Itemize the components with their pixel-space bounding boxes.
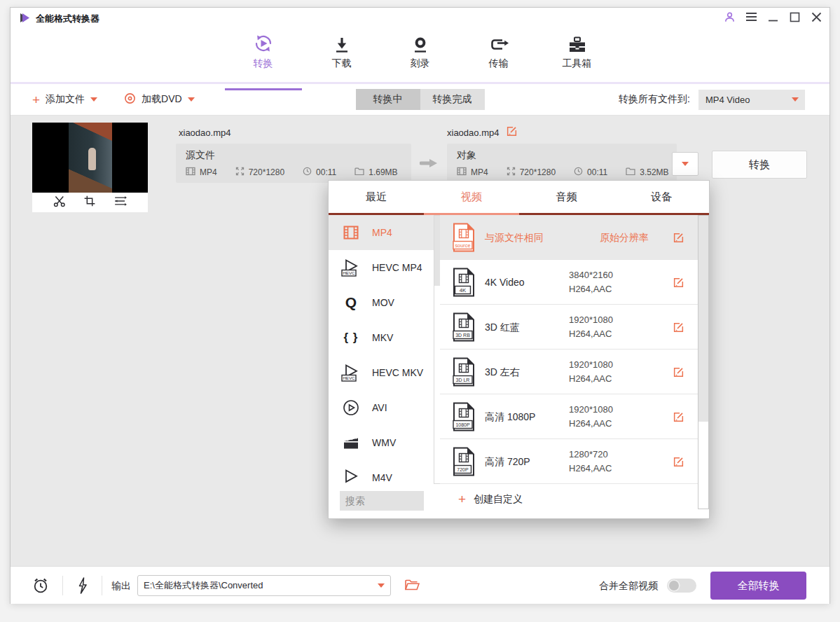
output-path-input[interactable]	[137, 575, 391, 596]
preset-name: 4K Video	[485, 277, 525, 288]
crop-icon[interactable]	[83, 195, 96, 210]
format-item-mp4[interactable]: MP4	[329, 215, 434, 250]
transfer-icon	[488, 33, 509, 54]
thumbnail-image	[69, 123, 112, 193]
mp4-film-icon	[340, 224, 362, 241]
nav-label-download: 下载	[332, 57, 352, 70]
convert-row-button[interactable]: 转换	[712, 151, 807, 179]
create-custom-button[interactable]: + 创建自定义	[458, 492, 523, 506]
format-label: HEVC MP4	[372, 262, 422, 273]
menu-icon[interactable]	[745, 11, 757, 23]
output-path-select[interactable]	[137, 575, 391, 596]
schedule-clock-icon[interactable]	[32, 576, 50, 597]
format-label: MOV	[372, 297, 394, 308]
preset-list-scrollbar[interactable]	[698, 215, 709, 509]
svg-text:1080P: 1080P	[455, 422, 470, 427]
effects-sliders-icon[interactable]	[113, 195, 128, 210]
edit-preset-icon[interactable]	[673, 322, 684, 336]
source-size: 1.69MB	[369, 167, 397, 177]
maximize-button[interactable]	[788, 11, 801, 23]
open-folder-icon[interactable]	[404, 579, 420, 594]
nav-tab-download[interactable]: 下载	[308, 33, 376, 82]
merge-all-toggle[interactable]	[667, 579, 696, 593]
nav-label-convert: 转换	[254, 57, 273, 70]
edit-preset-icon[interactable]	[673, 232, 684, 247]
close-button[interactable]	[810, 11, 822, 23]
format-item-wmv[interactable]: WMV	[329, 425, 434, 460]
target-size: 3.52MB	[640, 167, 668, 177]
rename-edit-icon[interactable]	[506, 125, 518, 140]
format-item-avi[interactable]: AVI	[329, 390, 434, 425]
nav-label-transfer: 传输	[489, 57, 509, 70]
preset-item-3d-lr[interactable]: 3D LR 3D 左右 1920*1080H264,AAC	[440, 350, 698, 394]
folder-icon	[626, 167, 635, 178]
nav-tab-burn[interactable]: 刻录	[387, 33, 454, 82]
chevron-down-icon	[188, 97, 195, 102]
format-item-hevc-mkv[interactable]: HEVC HEVC MKV	[329, 355, 434, 390]
nav-label-burn: 刻录	[411, 57, 430, 70]
svg-text:3D LR: 3D LR	[456, 378, 470, 382]
add-file-button[interactable]: + 添加文件	[32, 93, 97, 106]
preset-name: 与源文件相同	[485, 232, 544, 244]
hevc-play-icon: HEVC	[340, 259, 362, 277]
format-item-m4v[interactable]: M4V	[329, 460, 434, 484]
tab-converted[interactable]: 转换完成	[420, 89, 485, 110]
high-speed-bolt-icon[interactable]	[75, 576, 90, 597]
format-list: MP4 HEVC HEVC MP4 Q MOV { } MKV	[329, 215, 434, 484]
nav-tab-transfer[interactable]: 传输	[465, 33, 532, 82]
merge-all-label: 合并全部视频	[599, 580, 658, 593]
preset-item-720p[interactable]: 720P 高清 720P 1280*720H264,AAC	[440, 439, 698, 484]
trim-scissors-icon[interactable]	[53, 194, 67, 211]
convert-icon	[253, 33, 274, 54]
popup-tab-audio[interactable]: 音频	[519, 181, 614, 213]
folder-icon	[354, 167, 364, 178]
add-file-label: 添加文件	[46, 93, 85, 106]
resolution-icon	[235, 167, 245, 178]
preset-item-4k[interactable]: 4K 4K Video 3840*2160H264,AAC	[440, 260, 698, 305]
preset-item-3d-rb[interactable]: 3D RB 3D 红蓝 1920*1080H264,AAC	[440, 305, 698, 350]
download-icon	[333, 33, 351, 54]
edit-preset-icon[interactable]	[673, 366, 684, 381]
tab-converting[interactable]: 转换中	[356, 89, 420, 110]
format-label: MKV	[372, 332, 393, 343]
target-format: MP4	[471, 167, 488, 177]
mkv-braces-icon: { }	[340, 331, 362, 345]
load-dvd-button[interactable]: 加载DVD	[124, 92, 195, 106]
target-resolution: 720*1280	[520, 167, 556, 177]
4k-file-icon: 4K	[451, 268, 476, 300]
convert-all-to-label: 转换所有文件到:	[619, 93, 690, 106]
preset-name: 高清 720P	[485, 456, 530, 469]
clapperboard-icon	[340, 435, 362, 450]
search-input[interactable]	[340, 491, 424, 511]
target-preset-dropdown-button[interactable]	[672, 152, 698, 176]
svg-text:source: source	[455, 242, 470, 249]
popup-tab-device[interactable]: 设备	[614, 181, 709, 213]
format-item-mkv[interactable]: { } MKV	[329, 320, 434, 355]
nav-tab-toolbox[interactable]: 工具箱	[544, 33, 611, 82]
target-duration: 00:11	[587, 167, 607, 177]
preset-item-1080p[interactable]: 1080P 高清 1080P 1920*1080H264,AAC	[440, 394, 698, 439]
popup-tab-recent[interactable]: 最近	[329, 181, 424, 213]
svg-text:HEVC: HEVC	[343, 270, 355, 275]
format-label: WMV	[372, 437, 396, 448]
edit-preset-icon[interactable]	[673, 456, 684, 471]
target-format-select[interactable]: MP4 Video	[698, 90, 805, 110]
nav-tab-convert[interactable]: 转换	[230, 33, 297, 82]
edit-preset-icon[interactable]	[673, 277, 684, 291]
edit-preset-icon[interactable]	[673, 411, 684, 426]
chevron-down-icon	[682, 162, 689, 166]
format-label: MP4	[372, 227, 392, 238]
user-icon[interactable]	[723, 11, 736, 23]
svg-text:3D RB: 3D RB	[455, 333, 470, 338]
convert-all-button[interactable]: 全部转换	[710, 572, 806, 600]
preset-specs: 1280*720H264,AAC	[569, 448, 612, 476]
format-item-mov[interactable]: Q MOV	[329, 285, 434, 320]
arrow-right-icon	[420, 158, 438, 172]
format-item-hevc-mp4[interactable]: HEVC HEVC MP4	[329, 250, 434, 285]
video-thumbnail[interactable]	[32, 123, 148, 212]
format-label: M4V	[372, 472, 392, 483]
minimize-button[interactable]	[766, 11, 779, 23]
preset-item-same-as-source[interactable]: source 与源文件相同 原始分辨率	[440, 215, 698, 260]
source-file-icon: source	[451, 223, 476, 255]
popup-tab-video[interactable]: 视频	[424, 181, 519, 213]
